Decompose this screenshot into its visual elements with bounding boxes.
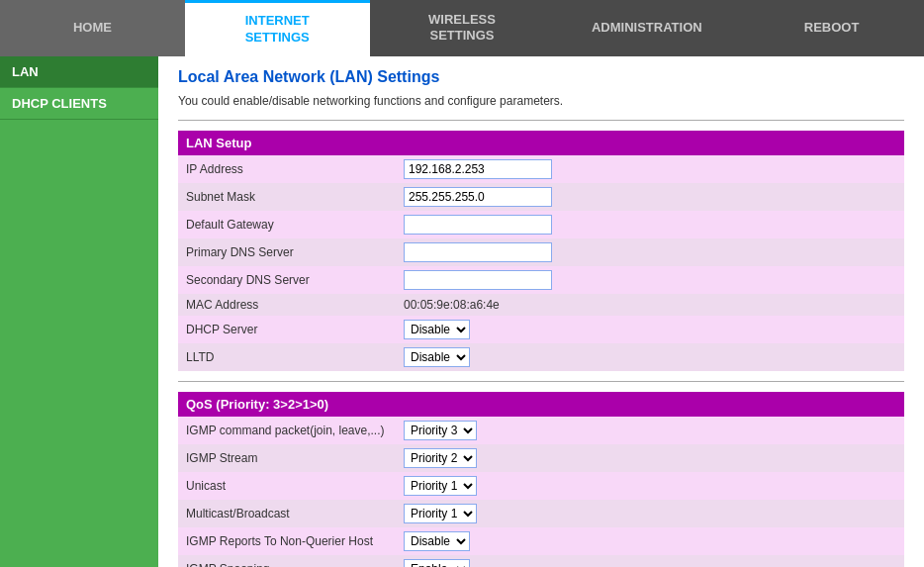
- table-row: IGMP Reports To Non-Querier Host Disable…: [178, 527, 904, 555]
- table-row: MAC Address 00:05:9e:08:a6:4e: [178, 294, 904, 316]
- table-row: Unicast Priority 0 Priority 1 Priority 2…: [178, 472, 904, 500]
- dhcp-server-select[interactable]: Disable Enable: [404, 320, 470, 339]
- table-row: DHCP Server Disable Enable: [178, 316, 904, 343]
- multicast-value[interactable]: Priority 0 Priority 1 Priority 2 Priorit…: [396, 500, 904, 527]
- unicast-select[interactable]: Priority 0 Priority 1 Priority 2 Priorit…: [404, 476, 477, 496]
- lan-form-table: IP Address Subnet Mask Default Gateway P…: [178, 155, 904, 371]
- igmp-cmd-select[interactable]: Priority 0 Priority 1 Priority 2 Priorit…: [404, 421, 477, 440]
- nav-internet-settings[interactable]: INTERNETSETTINGS: [185, 0, 370, 56]
- qos-form-table: IGMP command packet(join, leave,...) Pri…: [178, 417, 904, 567]
- default-gateway-input[interactable]: [404, 215, 552, 235]
- mac-address-label: MAC Address: [178, 294, 396, 316]
- nav-wireless-settings[interactable]: WIRELESSSETTINGS: [370, 0, 555, 56]
- ip-address-value[interactable]: [396, 155, 904, 183]
- default-gateway-label: Default Gateway: [178, 211, 396, 238]
- default-gateway-value[interactable]: [396, 211, 904, 238]
- igmp-snooping-value[interactable]: Disable Enable: [396, 555, 904, 567]
- subnet-mask-value[interactable]: [396, 183, 904, 211]
- table-row: Subnet Mask: [178, 183, 904, 211]
- igmp-stream-label: IGMP Stream: [178, 444, 396, 472]
- sidebar-item-lan[interactable]: LAN: [0, 56, 158, 88]
- subnet-mask-input[interactable]: [404, 187, 552, 207]
- qos-section-header: QoS (Priority: 3>2>1>0): [178, 392, 904, 417]
- table-row: IGMP Snooping Disable Enable: [178, 555, 904, 567]
- secondary-dns-value[interactable]: [396, 266, 904, 294]
- page-description: You could enable/disable networking func…: [178, 94, 904, 108]
- lltd-select[interactable]: Disable Enable: [404, 347, 470, 367]
- content-area: Local Area Network (LAN) Settings You co…: [158, 56, 924, 567]
- igmp-snooping-label: IGMP Snooping: [178, 555, 396, 567]
- unicast-label: Unicast: [178, 472, 396, 500]
- ip-address-input[interactable]: [404, 159, 552, 179]
- mac-address-value: 00:05:9e:08:a6:4e: [396, 294, 904, 316]
- igmp-cmd-label: IGMP command packet(join, leave,...): [178, 417, 396, 444]
- lan-section-header: LAN Setup: [178, 131, 904, 155]
- table-row: IGMP command packet(join, leave,...) Pri…: [178, 417, 904, 444]
- multicast-label: Multicast/Broadcast: [178, 500, 396, 527]
- table-row: IGMP Stream Priority 0 Priority 1 Priori…: [178, 444, 904, 472]
- igmp-cmd-value[interactable]: Priority 0 Priority 1 Priority 2 Priorit…: [396, 417, 904, 444]
- nav-administration[interactable]: ADMINISTRATION: [554, 0, 739, 56]
- divider-top: [178, 120, 904, 121]
- table-row: IP Address: [178, 155, 904, 183]
- igmp-reports-value[interactable]: Disable Enable: [396, 527, 904, 555]
- primary-dns-label: Primary DNS Server: [178, 238, 396, 266]
- secondary-dns-label: Secondary DNS Server: [178, 266, 396, 294]
- multicast-select[interactable]: Priority 0 Priority 1 Priority 2 Priorit…: [404, 504, 477, 523]
- table-row: Multicast/Broadcast Priority 0 Priority …: [178, 500, 904, 527]
- nav-reboot[interactable]: REBOOT: [739, 0, 924, 56]
- igmp-stream-select[interactable]: Priority 0 Priority 1 Priority 2 Priorit…: [404, 448, 477, 468]
- primary-dns-value[interactable]: [396, 238, 904, 266]
- table-row: Primary DNS Server: [178, 238, 904, 266]
- primary-dns-input[interactable]: [404, 242, 552, 262]
- nav-home[interactable]: HOME: [0, 0, 185, 56]
- igmp-stream-value[interactable]: Priority 0 Priority 1 Priority 2 Priorit…: [396, 444, 904, 472]
- igmp-snooping-select[interactable]: Disable Enable: [404, 559, 470, 567]
- table-row: LLTD Disable Enable: [178, 343, 904, 371]
- ip-address-label: IP Address: [178, 155, 396, 183]
- dhcp-server-value[interactable]: Disable Enable: [396, 316, 904, 343]
- lltd-value[interactable]: Disable Enable: [396, 343, 904, 371]
- igmp-reports-label: IGMP Reports To Non-Querier Host: [178, 527, 396, 555]
- sidebar: LAN DHCP CLIENTS: [0, 56, 158, 567]
- table-row: Default Gateway: [178, 211, 904, 238]
- page-title: Local Area Network (LAN) Settings: [178, 68, 904, 86]
- igmp-reports-select[interactable]: Disable Enable: [404, 531, 470, 551]
- secondary-dns-input[interactable]: [404, 270, 552, 290]
- table-row: Secondary DNS Server: [178, 266, 904, 294]
- subnet-mask-label: Subnet Mask: [178, 183, 396, 211]
- lltd-label: LLTD: [178, 343, 396, 371]
- divider-middle: [178, 381, 904, 382]
- unicast-value[interactable]: Priority 0 Priority 1 Priority 2 Priorit…: [396, 472, 904, 500]
- sidebar-item-dhcp-clients[interactable]: DHCP CLIENTS: [0, 88, 158, 120]
- dhcp-server-label: DHCP Server: [178, 316, 396, 343]
- main-nav: HOME INTERNETSETTINGS WIRELESSSETTINGS A…: [0, 0, 924, 56]
